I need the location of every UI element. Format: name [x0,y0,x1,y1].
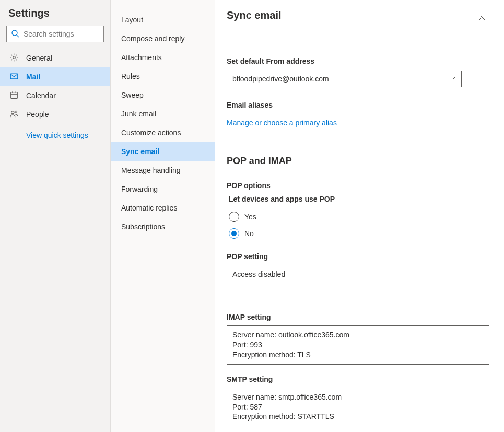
content-header: Sync email [227,9,490,26]
calendar-icon [9,90,19,101]
pop-radio-yes[interactable]: Yes [229,208,490,225]
pop-imap-title: POP and IMAP [227,156,490,167]
svg-point-8 [11,111,14,113]
subnav-attachments-label: Attachments [121,53,162,62]
imap-server-line: Server name: outlook.office365.com [232,330,484,340]
from-address-label: Set default From address [227,57,490,65]
smtp-setting-label: SMTP setting [227,375,490,383]
nav-general[interactable]: General [0,49,110,67]
nav-calendar[interactable]: Calendar [0,86,110,105]
subnav-subscriptions-label: Subscriptions [121,223,165,231]
pop-radio-no[interactable]: No [229,225,490,242]
subnav-customize-label: Customize actions [121,129,181,137]
imap-setting-label: IMAP setting [227,313,490,321]
radio-icon [229,228,239,239]
search-wrap [0,26,110,49]
pop-radio-group: Yes No [229,208,490,242]
smtp-setting-box: Server name: smtp.office365.com Port: 58… [227,388,489,427]
svg-point-9 [15,111,17,113]
aliases-label: Email aliases [227,101,490,109]
nav-mail[interactable]: Mail [0,67,110,86]
smtp-port-line: Port: 587 [232,402,484,412]
pop-options-label: POP options [227,181,490,190]
subnav-forwarding-label: Forwarding [121,185,158,193]
subnav-junk[interactable]: Junk email [111,104,215,123]
svg-line-1 [17,35,19,37]
subnav-layout-label: Layout [121,16,143,24]
section-divider [227,145,490,145]
gear-icon [9,53,19,64]
nav-people[interactable]: People [0,105,110,124]
manage-aliases-link[interactable]: Manage or choose a primary alias [227,119,337,127]
view-quick-settings-link[interactable]: View quick settings [0,124,110,139]
subnav-autoreplies[interactable]: Automatic replies [111,199,215,217]
subnav-junk-label: Junk email [121,110,156,118]
svg-rect-4 [11,92,18,98]
nav-mail-label: Mail [26,73,40,81]
subnav-sync[interactable]: Sync email [111,142,215,161]
chevron-down-icon [450,75,456,83]
subnav-autoreplies-label: Automatic replies [121,204,177,212]
svg-point-0 [12,30,17,36]
people-icon [9,109,19,120]
pop-radio-no-label: No [244,229,254,238]
subnav-attachments[interactable]: Attachments [111,48,215,67]
nav-calendar-label: Calendar [26,91,56,100]
radio-icon [229,212,239,222]
search-input[interactable] [24,30,115,38]
settings-sidebar: Settings General Ma [0,0,111,432]
top-separator [227,41,490,41]
subnav-messagehandling-label: Message handling [121,166,181,174]
pop-radio-yes-label: Yes [244,213,256,221]
mail-subnav: Layout Compose and reply Attachments Rul… [111,0,215,432]
subnav-forwarding[interactable]: Forwarding [111,180,215,199]
nav-people-label: People [26,110,49,119]
imap-setting-box: Server name: outlook.office365.com Port:… [227,325,489,365]
imap-enc-line: Encryption method: TLS [232,350,484,360]
subnav-compose[interactable]: Compose and reply [111,29,215,48]
pop-setting-box: Access disabled [227,265,489,302]
close-icon [478,14,486,22]
search-icon [11,29,24,39]
settings-title: Settings [0,7,110,26]
subnav-rules[interactable]: Rules [111,67,215,86]
subnav-compose-label: Compose and reply [121,34,184,43]
subnav-subscriptions[interactable]: Subscriptions [111,217,215,236]
svg-point-2 [13,56,16,59]
pop-setting-label: POP setting [227,252,490,261]
content-title: Sync email [227,9,282,21]
from-address-select[interactable]: bfloodpipedrive@outlook.com [227,71,462,87]
subnav-sweep-label: Sweep [121,91,144,99]
subnav-layout[interactable]: Layout [111,10,215,29]
imap-port-line: Port: 993 [232,340,484,350]
smtp-enc-line: Encryption method: STARTTLS [232,412,484,422]
smtp-server-line: Server name: smtp.office365.com [232,392,484,402]
pop-question-label: Let devices and apps use POP [229,195,490,203]
subnav-customize[interactable]: Customize actions [111,123,215,142]
subnav-sync-label: Sync email [121,147,159,156]
from-address-value: bfloodpipedrive@outlook.com [232,75,329,83]
close-button[interactable] [474,9,490,26]
search-box[interactable] [6,26,104,42]
subnav-rules-label: Rules [121,72,140,80]
content-pane: Sync email Set default From address bflo… [215,0,504,432]
nav-general-label: General [26,54,52,62]
subnav-messagehandling[interactable]: Message handling [111,161,215,180]
subnav-sweep[interactable]: Sweep [111,86,215,104]
pop-setting-value: Access disabled [232,270,484,279]
mail-icon [9,72,19,83]
